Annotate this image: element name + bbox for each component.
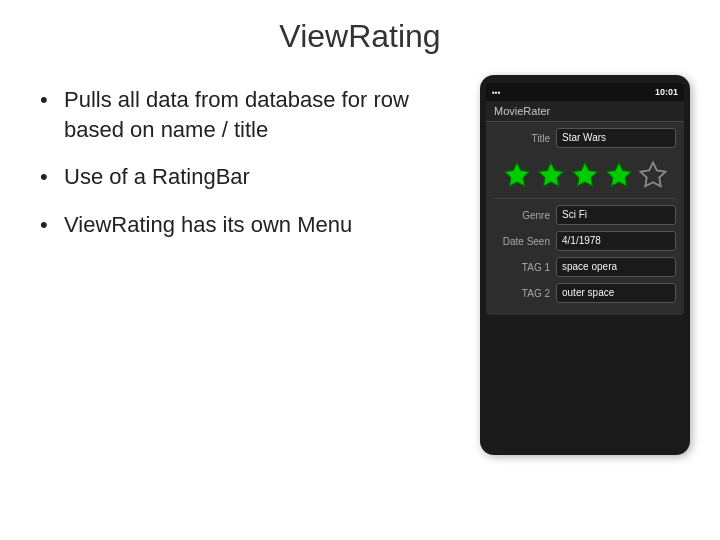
bullet-item-3: ViewRating has its own Menu: [40, 210, 460, 240]
genre-label: Genre: [494, 210, 556, 221]
svg-marker-3: [607, 163, 632, 187]
app-title-text: MovieRater: [494, 105, 550, 117]
genre-row: Genre Sci Fi: [494, 205, 676, 225]
tag2-row: TAG 2 outer space: [494, 283, 676, 303]
title-row: Title Star Wars: [494, 128, 676, 148]
star-2[interactable]: [536, 160, 566, 190]
tag1-input[interactable]: space opera: [556, 257, 676, 277]
page-title: ViewRating: [0, 0, 720, 65]
svg-marker-0: [505, 163, 530, 187]
star-4[interactable]: [604, 160, 634, 190]
status-bar: ▪▪▪ 10:01: [486, 83, 684, 101]
date-input[interactable]: 4/1/1978: [556, 231, 676, 251]
tag2-label: TAG 2: [494, 288, 556, 299]
date-label: Date Seen: [494, 236, 556, 247]
bullet-item-1: Pulls all data from database for row bas…: [40, 85, 460, 144]
tag2-input[interactable]: outer space: [556, 283, 676, 303]
signal-icon: ▪▪▪: [492, 88, 501, 97]
svg-marker-2: [573, 163, 598, 187]
content-area: Pulls all data from database for row bas…: [0, 65, 720, 455]
bullet-list: Pulls all data from database for row bas…: [40, 75, 460, 258]
star-3[interactable]: [570, 160, 600, 190]
genre-input[interactable]: Sci Fi: [556, 205, 676, 225]
star-1[interactable]: [502, 160, 532, 190]
tag1-row: TAG 1 space opera: [494, 257, 676, 277]
form-area: Title Star Wars: [486, 122, 684, 315]
divider: [494, 198, 676, 199]
star-5[interactable]: [638, 160, 668, 190]
phone-mockup: ▪▪▪ 10:01 MovieRater Title Star Wars: [480, 75, 690, 455]
date-row: Date Seen 4/1/1978: [494, 231, 676, 251]
title-label: Title: [494, 133, 556, 144]
app-title-bar: MovieRater: [486, 101, 684, 122]
phone-screen: ▪▪▪ 10:01 MovieRater Title Star Wars: [486, 83, 684, 315]
stars-row: [494, 154, 676, 198]
bullet-item-2: Use of a RatingBar: [40, 162, 460, 192]
status-icons: ▪▪▪: [492, 88, 501, 97]
title-input[interactable]: Star Wars: [556, 128, 676, 148]
status-time: 10:01: [655, 87, 678, 97]
svg-marker-1: [539, 163, 564, 187]
svg-marker-4: [641, 163, 666, 187]
tag1-label: TAG 1: [494, 262, 556, 273]
